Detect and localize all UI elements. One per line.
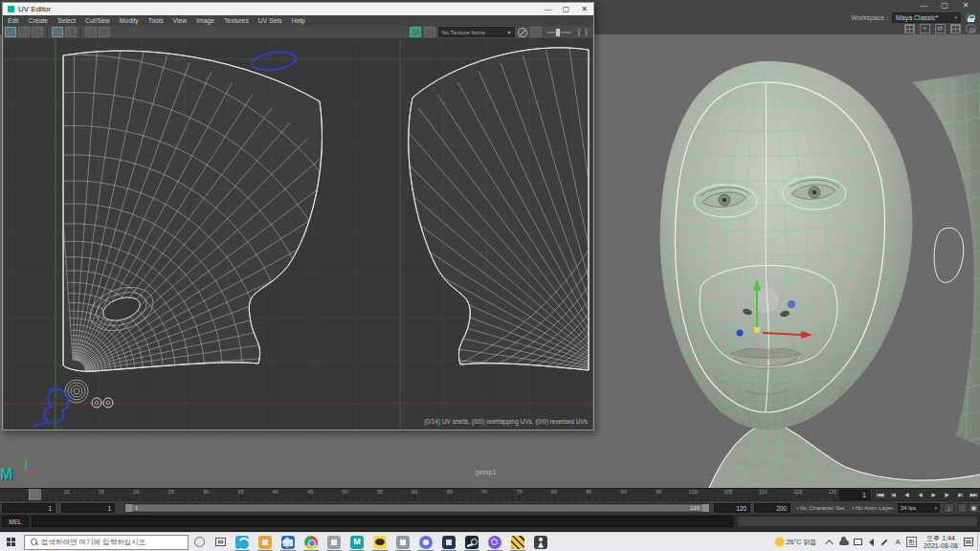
panel-split-icon[interactable]: ❘❘ (576, 27, 590, 37)
uv-shell-left[interactable] (51, 42, 404, 395)
taskbar-clock[interactable]: 오후 1:44 2021-08-08 (924, 535, 958, 550)
outlook-mail-icon[interactable] (277, 533, 300, 551)
bandizip-icon[interactable] (506, 533, 529, 551)
kakaotalk-icon[interactable] (368, 533, 391, 551)
workspace-select[interactable]: Maya Classic* ▾ (892, 12, 961, 23)
timeline-tick-label: 50 (343, 489, 348, 495)
playback-end-field[interactable]: 120 (714, 503, 750, 513)
workspace-lock-icon[interactable] (965, 12, 976, 23)
chrome-glyph (304, 536, 318, 549)
uv-menu-modify[interactable]: Modify (115, 15, 144, 26)
uv-menu-create[interactable]: Create (24, 15, 53, 26)
uv-shell-right[interactable] (286, 42, 592, 395)
range-handle-right[interactable] (702, 504, 709, 512)
uv-canvas[interactable]: (0/14) UV shells, (0/0) overlapping UVs,… (4, 39, 592, 430)
uv-maximize-button[interactable]: ▢ (557, 3, 575, 15)
anim-layer-dropdown[interactable]: ▾ No Anim Layer (852, 503, 893, 513)
timeline-tick-label: 45 (307, 489, 313, 495)
timeline-tick-label: 25 (168, 489, 174, 495)
uv-menu-cutsew[interactable]: Cut/Sew (80, 15, 115, 26)
uv-smudge-tool-button[interactable] (32, 27, 43, 37)
uv-tile-button[interactable] (65, 27, 77, 37)
discord-icon[interactable] (414, 533, 437, 551)
character-set-dropdown[interactable]: ▾ No Character Set (796, 503, 844, 513)
picpick-icon[interactable] (483, 533, 506, 551)
uv-menu-textures[interactable]: Textures (219, 15, 254, 26)
animation-start-field[interactable]: 1 (2, 503, 56, 513)
photoshop-icon[interactable] (437, 533, 460, 551)
ime-mode-indicator[interactable]: A (891, 533, 904, 551)
uv-display-button[interactable] (85, 27, 97, 37)
cortana-button[interactable] (189, 533, 210, 551)
gear-icon[interactable] (966, 24, 976, 33)
uv-checker-button[interactable] (99, 27, 110, 37)
current-frame-field[interactable]: 1 (839, 490, 870, 500)
close-button[interactable]: ✕ (955, 0, 976, 11)
swap-panels-icon[interactable] (935, 24, 946, 33)
auto-key-icon[interactable]: ⚿ (957, 503, 968, 513)
head-side-piece (912, 73, 980, 446)
edge-icon[interactable] (231, 533, 254, 551)
time-slider[interactable]: 5101520253035404550556065707580859095100… (0, 488, 980, 500)
uv-menu-tools[interactable]: Tools (144, 15, 168, 26)
image-ratio-button[interactable] (530, 27, 542, 37)
animation-preferences-gear-icon[interactable]: ✱ (969, 503, 979, 513)
weather-widget[interactable]: 26°C 맑음 (775, 538, 817, 547)
uv-eyeball-shells[interactable] (92, 398, 113, 408)
range-slider-row: 1 1 1 120 120 200 ▾ No Character Set ▾ N… (0, 500, 980, 514)
uv-editor-titlebar[interactable]: UV Editor — ▢ ✕ (3, 3, 593, 15)
range-slider-track[interactable]: 1 120 (124, 503, 710, 513)
action-center-icon[interactable] (964, 538, 973, 546)
pen-icon[interactable] (878, 533, 891, 551)
uv-minimize-button[interactable]: — (539, 3, 557, 15)
maximize-button[interactable]: ▢ (934, 0, 955, 11)
fps-dropdown[interactable]: 24 fps ▾ (898, 503, 940, 513)
uv-editor-window[interactable]: UV Editor — ▢ ✕ EditCreateSelectCut/SewM… (2, 2, 594, 430)
layout-grid-icon[interactable] (950, 24, 961, 33)
uv-grab-tool-button[interactable] (5, 27, 16, 37)
animation-end-field[interactable]: 200 (754, 503, 791, 513)
add-panel-icon[interactable] (920, 24, 930, 33)
minimize-button[interactable]: — (913, 0, 934, 11)
onedrive-cloud-icon[interactable] (837, 533, 851, 551)
uv-close-button[interactable]: ✕ (575, 3, 593, 15)
uv-snapshot-button[interactable] (52, 27, 63, 37)
mel-mode-button[interactable]: MEL (2, 516, 29, 527)
image-dim-slider[interactable] (546, 32, 571, 33)
playback-start-field[interactable]: 1 (61, 503, 115, 513)
uv-menu-view[interactable]: View (168, 15, 192, 26)
mute-icon[interactable]: ♪ (944, 503, 954, 513)
uv-menu-help[interactable]: Help (287, 15, 310, 26)
task-view-button[interactable] (210, 533, 231, 551)
display-icon[interactable] (851, 533, 864, 551)
range-handle-left[interactable] (125, 504, 132, 512)
head-model-3d[interactable] (594, 34, 980, 488)
texture-dropdown[interactable]: No Texture Items ▾ (438, 27, 515, 37)
speaker-icon[interactable] (864, 533, 878, 551)
outliner-icon[interactable] (904, 24, 915, 33)
start-button[interactable] (0, 533, 23, 551)
command-line-input[interactable] (32, 516, 733, 527)
uv-lattice-tool-button[interactable] (18, 27, 30, 37)
gray-app-icon[interactable] (391, 533, 414, 551)
uv-menu-select[interactable]: Select (53, 15, 80, 26)
isolate-select-icon[interactable] (518, 28, 527, 37)
maya-icon[interactable] (345, 533, 368, 551)
uv-menu-edit[interactable]: Edit (3, 15, 24, 26)
taskbar-search-box[interactable]: 검색하려면 여기에 입력하십시오. (24, 535, 189, 550)
range-slider-bar[interactable] (126, 505, 708, 511)
steam-icon[interactable] (460, 533, 483, 551)
uv-distortion-button[interactable] (410, 27, 421, 37)
uv-menu-uvsets[interactable]: UV Sets (254, 15, 287, 26)
chrome-icon[interactable] (300, 533, 323, 551)
memo-app-icon[interactable] (323, 533, 345, 551)
outlook-mail-glyph (281, 536, 295, 549)
runner-app-icon[interactable] (529, 533, 552, 551)
hidden-icons-chevron[interactable] (824, 533, 837, 551)
timeline-tick-label: 30 (203, 489, 209, 495)
hancom-hwp-icon[interactable] (254, 533, 277, 551)
chevron-down-icon: ▾ (508, 29, 511, 35)
ime-language-indicator[interactable]: 한 (904, 533, 918, 551)
uv-texture-toggle-button[interactable] (424, 27, 435, 37)
uv-menu-image[interactable]: Image (191, 15, 219, 26)
